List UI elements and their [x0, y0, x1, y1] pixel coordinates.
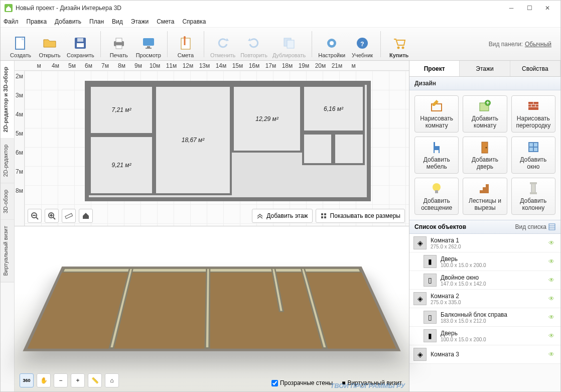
help-icon: ? — [354, 35, 370, 51]
measure-button[interactable] — [62, 209, 76, 223]
room-3[interactable]: 12,29 м² — [232, 85, 302, 153]
tab-2d[interactable]: 2D-редактор — [1, 139, 14, 183]
measure-3d-button[interactable]: 📏 — [88, 373, 102, 387]
tab-virtual[interactable]: Виртуальный визит — [1, 220, 14, 283]
draw-partition-button[interactable]: Нарисоватьперегородку — [511, 95, 555, 133]
zoom-out-button[interactable] — [28, 209, 42, 223]
buy-button[interactable]: Купить — [385, 29, 413, 59]
tab-properties[interactable]: Свойства — [510, 61, 560, 76]
panel-mode-link[interactable]: Обычный — [525, 41, 551, 48]
menu-edit[interactable]: Правка — [27, 18, 47, 25]
brick-wall-icon — [526, 99, 540, 113]
visibility-icon[interactable]: 👁 — [548, 351, 556, 358]
home-button[interactable] — [79, 209, 93, 223]
estimate-button[interactable]: Смета — [172, 29, 200, 59]
tutorial-button[interactable]: ?Учебник — [348, 29, 376, 59]
zoom-in-3d-button[interactable]: + — [71, 373, 85, 387]
object-item[interactable]: ◈Комната 2275.0 x 335.0👁 — [409, 290, 560, 308]
create-button[interactable]: Создать — [7, 29, 35, 59]
stairs-button[interactable]: Лестницы ивырезы — [463, 178, 507, 215]
floor-plan-canvas[interactable]: 7,21 м² 18,67 м² 12,29 м² 6,16 м² 9,21 м… — [25, 71, 409, 226]
add-furniture-button[interactable]: Добавитьмебель — [414, 137, 459, 174]
add-door-button[interactable]: Добавитьдверь — [463, 137, 507, 174]
room-2[interactable]: 18,67 м² — [154, 85, 232, 195]
add-room-button[interactable]: +Добавитькомнату — [463, 95, 507, 133]
home-3d-button[interactable]: ⌂ — [105, 373, 119, 387]
visibility-icon[interactable]: 👁 — [548, 277, 556, 284]
svg-rect-10 — [146, 48, 152, 49]
folder-icon — [42, 35, 58, 51]
object-list[interactable]: ◈Комната 1275.0 x 262.0👁▮Дверь100.0 x 15… — [409, 234, 560, 391]
menu-add[interactable]: Добавить — [55, 18, 81, 25]
open-button[interactable]: Открыть — [36, 29, 64, 59]
object-item[interactable]: ▮Дверь100.0 x 15.0 x 200.0👁 — [409, 327, 560, 345]
room-small-1[interactable] — [302, 133, 333, 165]
ruler-vertical: 2м3м4м5м6м7м8м — [15, 71, 25, 226]
menu-estimate[interactable]: Смета — [157, 18, 174, 25]
settings-button[interactable]: Настройки — [316, 29, 347, 59]
show-dims-button[interactable]: Показывать все размеры — [316, 209, 405, 223]
menu-floors[interactable]: Этажи — [131, 18, 149, 25]
print-button[interactable]: Печать — [105, 29, 133, 59]
menu-file[interactable]: Файл — [4, 18, 19, 25]
save-button[interactable]: Сохранить — [65, 29, 96, 59]
transparent-walls-checkbox[interactable]: Прозрачные стены — [271, 379, 333, 386]
object-item[interactable]: ▯Балконный блок справа183.0 x 15.0 x 212… — [409, 308, 560, 327]
add-lighting-button[interactable]: Добавитьосвещение — [414, 178, 459, 215]
visibility-icon[interactable]: 👁 — [548, 314, 556, 321]
room-5[interactable]: 9,21 м² — [89, 135, 154, 195]
maximize-button[interactable]: ☐ — [520, 1, 538, 15]
watermark: ТВОИ ПРОГРАММЫ РУ — [330, 382, 405, 389]
menu-plan[interactable]: План — [89, 18, 104, 25]
room-small-2[interactable] — [333, 133, 365, 165]
rotate360-button[interactable]: 360 — [20, 373, 34, 387]
minimize-button[interactable]: ─ — [502, 1, 520, 15]
visibility-icon[interactable]: 👁 — [548, 258, 556, 265]
svg-rect-9 — [147, 46, 150, 48]
object-item[interactable]: ◈Комната 3👁 — [409, 345, 560, 364]
pan-button[interactable]: ✋ — [37, 373, 51, 387]
redo-button[interactable]: Повторить — [238, 29, 269, 59]
view-3d[interactable]: 360 ✋ − + 📏 ⌂ Прозрачные стены ■Виртуаль… — [15, 226, 409, 391]
room-1[interactable]: 7,21 м² — [89, 85, 154, 135]
svg-rect-55 — [530, 182, 537, 184]
object-item[interactable]: ▯Двойное окно147.0 x 15.0 x 142.0👁 — [409, 271, 560, 290]
room-4[interactable]: 6,16 м² — [302, 85, 365, 133]
svg-rect-53 — [435, 190, 438, 193]
svg-rect-57 — [549, 224, 555, 230]
room-icon: ◈ — [413, 348, 427, 361]
add-floor-button[interactable]: Добавить этаж — [252, 209, 312, 223]
object-item[interactable]: ◈Комната 1275.0 x 262.0👁 — [409, 234, 560, 252]
chair-icon — [430, 140, 444, 154]
menu-view[interactable]: Вид — [112, 18, 123, 25]
duplicate-button[interactable]: Дублировать — [270, 29, 308, 59]
app-icon — [5, 4, 13, 12]
zoom-out-3d-button[interactable]: − — [54, 373, 68, 387]
duplicate-icon — [281, 35, 297, 51]
undo-button[interactable]: Отменить — [208, 29, 237, 59]
menu-help[interactable]: Справка — [182, 18, 206, 25]
panel-mode-label: Вид панели:Обычный — [489, 41, 557, 48]
preview-button[interactable]: Просмотр — [134, 29, 163, 59]
draw-room-button[interactable]: Нарисоватькомнату — [414, 95, 459, 133]
add-window-button[interactable]: Добавитьокно — [511, 137, 555, 174]
tab-2d-3d[interactable]: 2D-редактор и 3D-обзор — [1, 61, 14, 139]
column-icon — [526, 181, 540, 195]
object-item[interactable]: ▮Дверь100.0 x 15.0 x 200.0👁 — [409, 252, 560, 271]
list-view-mode[interactable]: Вид списка — [515, 223, 555, 230]
svg-point-16 — [330, 41, 334, 45]
visibility-icon[interactable]: 👁 — [548, 295, 556, 302]
visibility-icon[interactable]: 👁 — [548, 239, 556, 246]
room-icon: ◈ — [413, 236, 427, 249]
tab-3d[interactable]: 3D-обзор — [1, 184, 14, 220]
add-column-button[interactable]: Добавитьколонну — [511, 178, 555, 215]
svg-line-22 — [36, 217, 38, 219]
zoom-in-button[interactable] — [45, 209, 59, 223]
visibility-icon[interactable]: 👁 — [548, 332, 556, 339]
close-button[interactable]: ✕ — [538, 1, 556, 15]
svg-rect-28 — [65, 213, 73, 218]
svg-point-52 — [433, 183, 441, 191]
tab-project[interactable]: Проект — [409, 61, 460, 76]
tab-floors[interactable]: Этажи — [460, 61, 510, 76]
stairs-icon — [478, 181, 492, 195]
